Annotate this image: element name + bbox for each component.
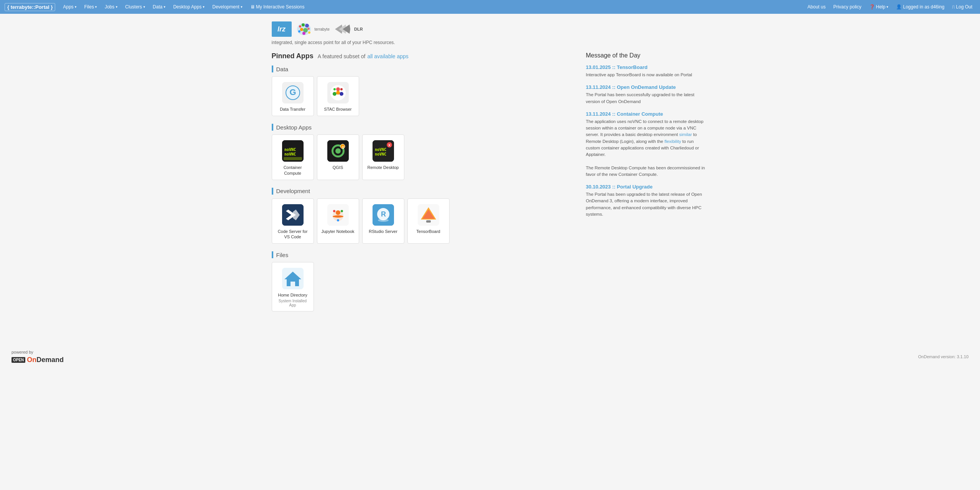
category-files: Files Home Directory System Installed Ap… [272, 251, 575, 311]
svg-point-15 [333, 92, 337, 96]
nav-development[interactable]: Development ▾ [209, 0, 246, 14]
svg-point-6 [307, 28, 310, 30]
app-card-vscode[interactable]: Code Server for VS Code [272, 198, 314, 244]
remote-desktop-icon: noVNC noVNC X [373, 140, 394, 162]
motd-entry-0-body: Interactive app TensorBoard is now avail… [586, 72, 709, 78]
desktop-apps-caret-icon: ▾ [203, 5, 205, 9]
development-app-grid: Code Server for VS Code [272, 198, 575, 244]
dlr-wings-icon [334, 22, 353, 36]
app-card-remote-desktop[interactable]: noVNC noVNC X Remote Desktop [362, 134, 404, 180]
app-name-home-directory: Home Directory [278, 292, 307, 298]
motd-entry-1-title[interactable]: 13.11.2024 :: Open OnDemand Update [586, 84, 709, 90]
app-card-rstudio[interactable]: R RStudio Server [362, 198, 404, 244]
content-area: Pinned Apps A featured subset of all ava… [272, 52, 709, 319]
svg-text:noVNC: noVNC [375, 152, 386, 156]
app-card-home-directory[interactable]: Home Directory System Installed App [272, 262, 314, 311]
category-desktop-apps: Desktop Apps noVNC noVNC C [272, 124, 575, 180]
svg-text:G: G [289, 87, 296, 97]
terrabyte-globe-icon [295, 22, 313, 36]
app-name-remote-desktop: Remote Desktop [368, 165, 399, 170]
flexibility-link[interactable]: flexibility [665, 139, 681, 144]
motd-entry-3-body: The Portal has been upgraded to the late… [586, 191, 709, 218]
category-development: Development Code Server for VS Code [272, 188, 575, 244]
svg-point-14 [336, 87, 340, 91]
app-name-stac-browser: STAC Browser [324, 107, 352, 112]
svg-text:noVNC: noVNC [375, 147, 386, 152]
app-card-qgis[interactable]: Q QGIS [317, 134, 359, 180]
nav-jobs[interactable]: Jobs ▾ [102, 0, 120, 14]
nav-files[interactable]: Files ▾ [81, 0, 100, 14]
nav-about[interactable]: About us [804, 0, 829, 14]
logout-icon: ⎍ [952, 4, 955, 10]
navbar: { terrabyte::Portal } Apps ▾ Files ▾ Job… [0, 0, 980, 14]
nav-user[interactable]: 👤 Logged in as d46ing [893, 0, 947, 14]
data-caret-icon: ▾ [164, 5, 166, 9]
app-card-jupyter[interactable]: Jupyter Notebook [317, 198, 359, 244]
open-badge: OPEN [11, 357, 25, 363]
nav-interactive-sessions[interactable]: 🖥 My Interactive Sessions [247, 0, 308, 14]
logo-area: lrz terrabyte [272, 21, 709, 37]
svg-point-39 [336, 210, 340, 215]
nav-help[interactable]: ❓ Help ▾ [866, 0, 892, 14]
category-files-title: Files [272, 251, 575, 258]
footer: powered by OPEN OnDemand OnDemand versio… [0, 342, 980, 372]
svg-text:Q: Q [342, 145, 344, 149]
svg-point-19 [340, 88, 343, 90]
help-caret-icon: ▾ [886, 5, 888, 9]
nav-clusters[interactable]: Clusters ▾ [122, 0, 148, 14]
app-card-container-compute[interactable]: noVNC noVNC Container Compute [272, 134, 314, 180]
all-apps-link[interactable]: all available apps [367, 53, 408, 59]
svg-point-16 [340, 92, 343, 96]
files-app-grid: Home Directory System Installed App [272, 262, 575, 311]
svg-point-40 [333, 210, 335, 212]
svg-point-2 [302, 23, 305, 26]
pinned-apps-title: Pinned Apps A featured subset of all ava… [272, 52, 575, 60]
category-development-title: Development [272, 188, 575, 195]
app-name-rstudio: RStudio Server [369, 229, 397, 234]
app-card-data-transfer[interactable]: G Data Transfer [272, 76, 314, 116]
nav-desktop-apps[interactable]: Desktop Apps ▾ [170, 0, 208, 14]
nav-apps[interactable]: Apps ▾ [60, 0, 79, 14]
app-name-vscode: Code Server for VS Code [276, 229, 310, 240]
user-icon: 👤 [896, 4, 902, 10]
category-bar-icon [272, 188, 273, 195]
motd-entry-3: 30.10.2023 :: Portal Upgrade The Portal … [586, 184, 709, 218]
motd-entry-0: 13.01.2025 :: TensorBoard Interactive ap… [586, 64, 709, 78]
motd-section: Message of the Day 13.01.2025 :: TensorB… [586, 52, 709, 319]
motd-entry-2-title[interactable]: 13.11.2024 :: Container Compute [586, 111, 709, 117]
nav-privacy[interactable]: Privacy policy [830, 0, 864, 14]
app-name-data-transfer: Data Transfer [280, 107, 305, 112]
nav-logout[interactable]: ⎍ Log Out [949, 0, 975, 14]
jobs-caret-icon: ▾ [116, 5, 118, 9]
svg-point-17 [336, 91, 340, 95]
app-subtitle-home-directory: System Installed App [276, 299, 310, 307]
monitor-icon: 🖥 [250, 4, 255, 10]
svg-point-46 [378, 219, 389, 222]
svg-rect-50 [426, 220, 431, 223]
svg-text:R: R [381, 210, 386, 218]
motd-entry-1: 13.11.2024 :: Open OnDemand Update The P… [586, 84, 709, 105]
app-card-tensorboard[interactable]: TensorBoard [407, 198, 450, 244]
svg-point-9 [308, 31, 310, 34]
powered-by-text: powered by [11, 350, 64, 354]
navbar-left: { terrabyte::Portal } Apps ▾ Files ▾ Job… [5, 0, 307, 14]
motd-entry-3-title[interactable]: 30.10.2023 :: Portal Upgrade [586, 184, 709, 190]
nav-data[interactable]: Data ▾ [150, 0, 169, 14]
similar-link[interactable]: similar [679, 132, 692, 137]
svg-point-18 [333, 88, 336, 90]
openondemand-logo: OPEN OnDemand [11, 356, 64, 364]
tagline: integrated, single access point for all … [272, 40, 709, 45]
svg-point-27 [335, 148, 341, 154]
motd-entry-0-title[interactable]: 13.01.2025 :: TensorBoard [586, 64, 709, 70]
category-bar-icon [272, 124, 273, 131]
svg-rect-23 [284, 157, 302, 160]
svg-point-4 [300, 28, 303, 31]
brand-logo[interactable]: { terrabyte::Portal } [5, 3, 55, 11]
vscode-icon [282, 204, 304, 226]
motd-title: Message of the Day [586, 52, 709, 59]
app-card-stac-browser[interactable]: STAC Browser [317, 76, 359, 116]
files-caret-icon: ▾ [95, 5, 97, 9]
app-name-qgis: QGIS [333, 165, 343, 170]
svg-text:X: X [388, 143, 391, 147]
svg-point-3 [305, 24, 309, 28]
